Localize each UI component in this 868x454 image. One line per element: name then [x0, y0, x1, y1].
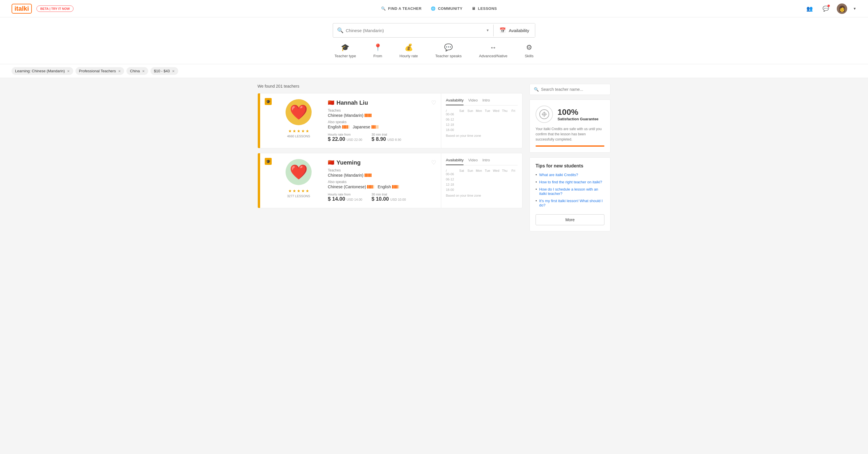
country-flag: 🇨🇳	[328, 99, 334, 106]
hourly-rate-block: Hourly rate from $ 14.00 USD 14.00	[328, 193, 362, 202]
availability-button[interactable]: 📅 Availability	[494, 24, 535, 37]
language-search-wrap[interactable]: 🔍 ▼	[333, 25, 494, 36]
teacher-card: 🎓 ❤️ ★★★★★ 3277 LESSONS 🇨🇳 Yueming ♡	[257, 153, 523, 208]
tab-availability[interactable]: Availability	[446, 158, 464, 165]
filter-from[interactable]: 📍 From	[373, 43, 382, 58]
tag-learning-lang: Learning: Chinese (Mandarin) ×	[11, 67, 73, 75]
hourly-rate-block: Hourly rate from $ 22.00 USD 22.00	[328, 133, 362, 142]
tab-availability[interactable]: Availability	[446, 98, 464, 105]
header-left: italki BETA | TRY IT NOW	[11, 4, 73, 13]
speaks-cantonese: Chinese (Cantonese)	[328, 185, 374, 189]
user-avatar[interactable]: 👩	[837, 3, 847, 14]
more-button[interactable]: More	[535, 214, 604, 225]
professional-badge-icon: 🎓	[265, 158, 272, 165]
teacher-name-search[interactable]: 🔍	[529, 84, 611, 95]
time-slot-row: 12-18	[446, 183, 518, 186]
also-speaks-row: Chinese (Cantonese) English	[328, 185, 436, 189]
tab-intro[interactable]: Intro	[482, 98, 490, 105]
tip-link-find-teacher[interactable]: How to find the right teacher on italki?	[539, 180, 602, 184]
teaches-language: Chinese (Mandarin)	[328, 173, 436, 177]
search-icon: 🔍	[381, 6, 386, 11]
favorite-button[interactable]: ♡	[431, 159, 436, 166]
pricing-row: Hourly rate from $ 14.00 USD 14.00 30 mi…	[328, 193, 436, 202]
pricing-row: Hourly rate from $ 22.00 USD 22.00 30 mi…	[328, 133, 436, 142]
time-slot-row: 18-00	[446, 188, 518, 191]
guarantee-title: Satisfaction Guarantee	[558, 117, 599, 121]
teacher-header: 🇨🇳 Hannah Liu ♡	[328, 99, 436, 106]
favorite-button[interactable]: ♡	[431, 99, 436, 106]
availability-grid: / Sat Sun Mon Tue Wed Thu Fri 00-06	[446, 109, 518, 137]
filter-teacher-type[interactable]: 🎓 Teacher type	[335, 43, 356, 58]
beta-badge[interactable]: BETA | TRY IT NOW	[36, 5, 73, 12]
globe-icon: 🌐	[431, 6, 436, 11]
teaches-language: Chinese (Mandarin)	[328, 113, 436, 118]
filter-skills[interactable]: ⚙ Skills	[525, 43, 533, 58]
star-rating: ★★★★★	[288, 189, 309, 193]
guarantee-percentage: 100%	[558, 107, 599, 117]
nav-community[interactable]: 🌐 COMMUNITY	[431, 6, 462, 11]
results-count: We found 201 teachers	[257, 84, 523, 89]
days-header-row: / Sat Sun Mon Tue Wed Thu Fri	[446, 109, 518, 112]
teacher-header: 🇨🇳 Yueming ♡	[328, 159, 436, 166]
proficiency-bars	[365, 173, 372, 177]
nav-find-teacher[interactable]: 🔍 FIND A TEACHER	[381, 6, 422, 11]
friends-button[interactable]: 👥	[804, 3, 815, 14]
trial-price-block: 30 min trial $ 8.90 USD 8.90	[372, 133, 401, 142]
tip-link-schedule[interactable]: How do I schedule a lesson with an italk…	[539, 187, 604, 196]
country-flag: 🇨🇳	[328, 159, 334, 166]
search-row: 🔍 ▼ 📅 Availability	[333, 23, 535, 38]
screen-icon: 🖥	[472, 6, 476, 11]
card-left: ❤️ ★★★★★ 4660 LESSONS	[274, 93, 323, 148]
tags-row: Learning: Chinese (Mandarin) × Professio…	[0, 64, 868, 78]
remove-price-tag[interactable]: ×	[172, 68, 175, 73]
tip-link-first-lesson[interactable]: It's my first italki lesson! What should…	[539, 199, 604, 207]
nav-links: 🔍 FIND A TEACHER 🌐 COMMUNITY 🖥 LESSONS	[381, 6, 497, 11]
remove-teacher-type-tag[interactable]: ×	[118, 68, 121, 73]
timezone-note: Based on your time zone	[446, 134, 518, 137]
time-slot-row: 00-06	[446, 172, 518, 176]
filter-teacher-speaks[interactable]: 💬 Teacher speaks	[435, 43, 462, 58]
remove-country-tag[interactable]: ×	[142, 68, 145, 73]
availability-grid: / Sat Sun Mon Tue Wed Thu Fri 00-06	[446, 169, 518, 197]
availability-tabs: Availability Video Intro	[446, 158, 518, 165]
card-badge-bar	[258, 153, 260, 208]
tag-teacher-type: Professional Teachers ×	[75, 67, 124, 75]
teacher-name-input[interactable]	[541, 87, 606, 92]
filter-advanced-native[interactable]: ↔ Advanced/Native	[479, 43, 507, 58]
hourly-price: $ 22.00 USD 22.00	[328, 136, 362, 142]
tips-list: • What are italki Credits? • How to find…	[535, 173, 604, 207]
tips-title: Tips for new students	[535, 163, 604, 169]
timezone-note: Based on your time zone	[446, 194, 518, 197]
also-speaks-row: English Japanese	[328, 125, 436, 129]
remove-learning-lang-tag[interactable]: ×	[67, 68, 70, 73]
messages-button[interactable]: 💬	[820, 3, 831, 14]
search-section: 🔍 ▼ 📅 Availability 🎓 Teacher type 📍 From…	[0, 18, 868, 64]
tab-intro[interactable]: Intro	[482, 158, 490, 165]
card-availability: Availability Video Intro / Sat Sun Mon T…	[441, 93, 522, 148]
logo[interactable]: italki	[11, 4, 32, 13]
time-slot-row: 12-18	[446, 123, 518, 126]
lessons-count: 3277 LESSONS	[287, 194, 310, 198]
logo-text: italki	[11, 4, 32, 13]
search-icon: 🔍	[534, 87, 539, 92]
avatar-dropdown-btn[interactable]: ▼	[853, 7, 857, 11]
trial-price: $ 10.00 USD 10.00	[372, 196, 406, 202]
tab-video[interactable]: Video	[468, 158, 478, 165]
calendar-icon: 📅	[499, 27, 506, 34]
days-header-row: / Sat Sun Mon Tue Wed Thu Fri	[446, 169, 518, 172]
nav-lessons[interactable]: 🖥 LESSONS	[472, 6, 497, 11]
lessons-count: 4660 LESSONS	[287, 134, 310, 138]
results-section: We found 201 teachers 🎓 ❤️ ★★★★★ 4660 LE…	[257, 84, 523, 231]
teacher-avatar: ❤️	[286, 159, 312, 185]
list-item: • How do I schedule a lesson with an ita…	[535, 187, 604, 196]
professional-badge-icon: 🎓	[265, 98, 272, 105]
language-search-input[interactable]	[346, 25, 484, 36]
filter-hourly-rate[interactable]: 💰 Hourly rate	[400, 43, 418, 58]
teacher-type-icon: 🎓	[341, 43, 349, 52]
time-slot-row: 00-06	[446, 112, 518, 116]
tip-link-credits[interactable]: What are italki Credits?	[539, 173, 578, 177]
teacher-card: 🎓 ❤️ ★★★★★ 4660 LESSONS 🇨🇳 Hannah Liu ♡	[257, 93, 523, 148]
tab-video[interactable]: Video	[468, 98, 478, 105]
chevron-down-icon: ▼	[486, 28, 490, 32]
list-item: • What are italki Credits?	[535, 173, 604, 177]
